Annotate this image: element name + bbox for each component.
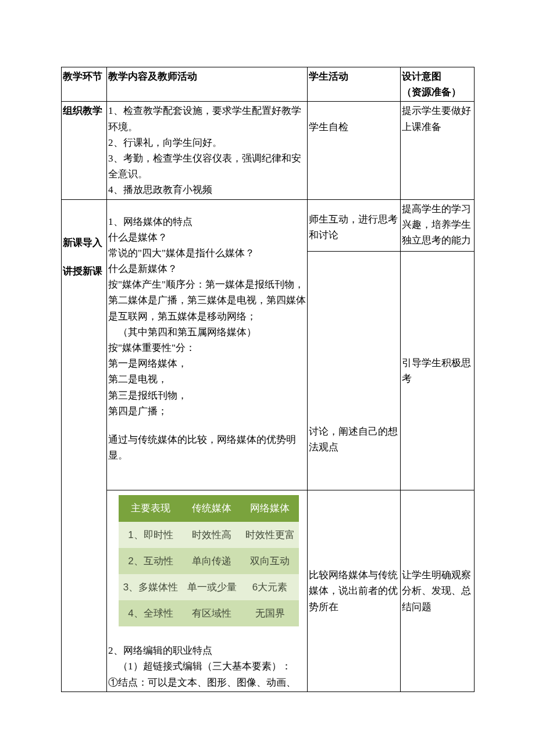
inner-row: 4、全球性 有区域性 无国界 [119,600,299,626]
header-student: 学生活动 [308,67,401,102]
stage-organize: 组织教学 [62,102,107,199]
table-row: 主要表现 传统媒体 网络媒体 1、即时性 时效性高 时效性更富 2、互动性 单向… [62,490,475,692]
content-organize: 1、检查教学配套设施，要求学生配置好教学环境。 2、行课礼，向学生问好。 3、考… [107,102,308,199]
inner-row: 2、互动性 单向传递 双向互动 [119,548,299,574]
inner-row: 1、即时性 时效性高 时效性更富 [119,522,299,548]
table-row: 组织教学 1、检查教学配套设施，要求学生配置好教学环境。 2、行课礼，向学生问好… [62,102,475,199]
content-comparison: 主要表现 传统媒体 网络媒体 1、即时性 时效性高 时效性更富 2、互动性 单向… [107,490,308,692]
media-comparison-table: 主要表现 传统媒体 网络媒体 1、即时性 时效性高 时效性更富 2、互动性 单向… [119,495,299,626]
design-compare: 让学生明确观察分析、发现、总结问题 [401,490,475,692]
table-header-row: 教学环节 教学内容及教师活动 学生活动 设计意图 （资源准备） [62,67,475,102]
design-teach: 引导学生积极思考 [401,252,475,490]
stage-teach: 讲授新课 [62,252,107,490]
header-design: 设计意图 （资源准备） [401,67,475,102]
stage-empty [62,490,107,692]
student-intro: 师生互动，进行思考和讨论 [308,199,401,252]
content-main: 1、网络媒体的特点 什么是媒体？ 常说的"四大"媒体是指什么媒体？ 什么是新媒体… [107,199,308,490]
design-organize: 提示学生要做好上课准备 [401,102,475,199]
lesson-plan-table: 教学环节 教学内容及教师活动 学生活动 设计意图 （资源准备） 组织教学 1、检… [61,67,475,692]
inner-header: 主要表现 传统媒体 网络媒体 [119,495,299,521]
header-stage: 教学环节 [62,67,107,102]
design-intro: 提高学生的学习兴趣，培养学生独立思考的能力 [401,199,475,252]
student-teach: 讨论，阐述自己的想法观点 [308,252,401,490]
student-compare: 比较网络媒体与传统媒体，说出前者的优势所在 [308,490,401,692]
student-organize: 学生自检 [308,102,401,199]
header-content: 教学内容及教师活动 [107,67,308,102]
inner-row: 3、多媒体性 单一或少量 6大元素 [119,574,299,600]
stage-intro: 新课导入 [62,199,107,252]
